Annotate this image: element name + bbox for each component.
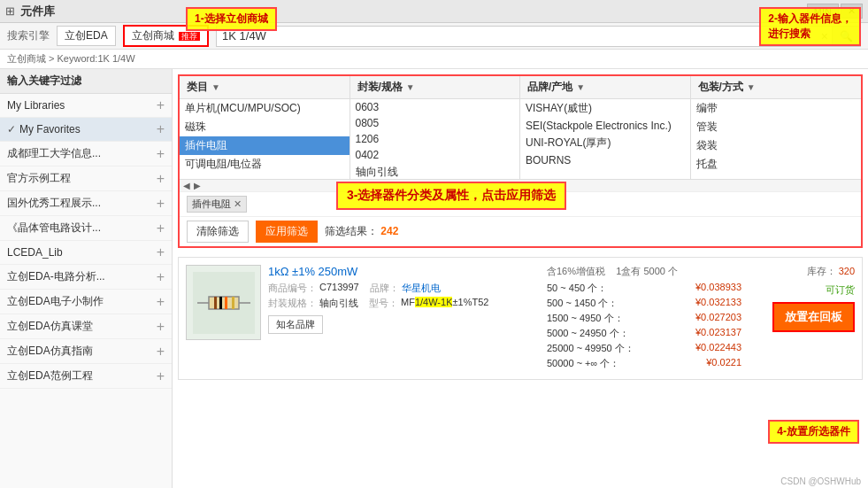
product-name-text: 1kΩ ±1% 250mW bbox=[268, 265, 357, 278]
package-filter-list[interactable]: 0603 0805 1206 0402 轴向引线 bbox=[350, 99, 521, 179]
list-item[interactable]: 1206 bbox=[350, 131, 520, 147]
tab-lceda[interactable]: 立创EDA bbox=[57, 26, 116, 46]
filter-col-category: 类目 ▼ bbox=[180, 76, 350, 98]
price-table: 含16%增值税 1盒有 5000 个 50 ~ 450 个： ¥0.038933… bbox=[547, 265, 741, 372]
active-filter-chip: 插件电阻 ✕ bbox=[187, 196, 247, 213]
list-item[interactable]: 编带 bbox=[691, 99, 862, 118]
apply-filter-button[interactable]: 应用筛选 bbox=[256, 221, 318, 243]
list-item[interactable]: 插件电阻 bbox=[180, 136, 350, 155]
list-item[interactable]: 可调电阻/电位器 bbox=[180, 155, 350, 174]
shop-badge: 推荐 bbox=[179, 32, 200, 41]
search-engine-bar: 搜索引擎 立创EDA 立创商城 推荐 × 🔍 bbox=[0, 23, 868, 50]
list-item[interactable]: 单片机(MCU/MPU/SOC) bbox=[180, 99, 350, 118]
content-area: 类目 ▼ 封装/规格 ▼ 品牌/产地 ▼ 包装/方式 ▼ bbox=[173, 69, 868, 488]
search-input[interactable] bbox=[217, 29, 818, 43]
price-row: 500 ~ 1450 个： ¥0.032133 bbox=[547, 297, 741, 310]
product-area: 1kΩ ±1% 250mW 商品编号： C713997 品牌： 华星机电 bbox=[173, 253, 868, 488]
check-icon: ✓ bbox=[7, 123, 16, 136]
list-item[interactable]: 袋装 bbox=[691, 136, 862, 155]
filter-col-package: 封装/规格 ▼ bbox=[350, 76, 521, 98]
filter-count: 242 bbox=[380, 225, 398, 237]
filter-lists: 单片机(MCU/MPU/SOC) 磁珠 插件电阻 可调电阻/电位器 0603 0… bbox=[180, 99, 861, 179]
svg-rect-4 bbox=[214, 297, 217, 309]
price-header: 含16%增值税 1盒有 5000 个 bbox=[547, 265, 741, 278]
product-model: 型号： MF1/4W-1K±1%T52 bbox=[369, 297, 488, 310]
filter-col-brand: 品牌/产地 ▼ bbox=[520, 76, 691, 98]
filter-chip-close-icon[interactable]: ✕ bbox=[234, 198, 242, 210]
minimize-button[interactable]: MIN bbox=[807, 4, 839, 19]
search-button[interactable]: 🔍 bbox=[832, 27, 860, 46]
price-row: 50 ~ 450 个： ¥0.038933 bbox=[547, 282, 741, 295]
product-package: 封装规格： 轴向引线 bbox=[268, 297, 358, 310]
sidebar-item-foreign-projects[interactable]: 国外优秀工程展示... + bbox=[0, 191, 172, 216]
chevron-down-icon: ▼ bbox=[211, 82, 220, 92]
title-bar: ⊞ 元件库 MIN ✕ bbox=[0, 0, 868, 23]
app-title: 元件库 bbox=[20, 4, 55, 19]
list-item[interactable]: UNI-ROYAL(厚声) bbox=[520, 134, 690, 152]
list-item[interactable]: 磁珠 bbox=[180, 118, 350, 136]
scroll-left-icon[interactable]: ◀ bbox=[183, 181, 190, 190]
main-layout: 输入关键字过滤 My Libraries + ✓ My Favorites + … bbox=[0, 69, 868, 488]
svg-rect-6 bbox=[225, 297, 227, 309]
packaging-filter-list[interactable]: 编带 管装 袋装 托盘 bbox=[691, 99, 862, 179]
search-box: × 🔍 bbox=[216, 26, 861, 47]
svg-rect-5 bbox=[219, 297, 222, 309]
clear-filter-button[interactable]: 清除筛选 bbox=[187, 221, 249, 243]
sidebar-item-lceda-sim-class[interactable]: 立创EDA仿真课堂 + bbox=[0, 314, 172, 339]
filter-scroll-row: ◀ ▶ bbox=[180, 179, 861, 191]
chevron-down-icon: ▼ bbox=[747, 82, 756, 92]
add-icon: + bbox=[157, 245, 165, 259]
search-engine-label: 搜索引擎 bbox=[7, 28, 50, 43]
list-item[interactable]: 轴向引线 bbox=[350, 163, 520, 179]
chevron-down-icon: ▼ bbox=[406, 82, 415, 92]
list-item[interactable]: 0603 bbox=[350, 99, 520, 115]
sidebar-item-chengdu-univ[interactable]: 成都理工大学信息... + bbox=[0, 142, 172, 167]
product-meta-row2: 封装规格： 轴向引线 型号： MF1/4W-1K±1%T52 bbox=[268, 297, 540, 310]
sidebar-item-lceda-lib[interactable]: LCEDA_Lib + bbox=[0, 241, 172, 265]
list-item[interactable]: VISHAY(威世) bbox=[520, 99, 690, 118]
sidebar-filter-label: 输入关键字过滤 bbox=[0, 69, 172, 94]
filter-panel: 类目 ▼ 封装/规格 ▼ 品牌/产地 ▼ 包装/方式 ▼ bbox=[178, 74, 863, 248]
scroll-right-icon[interactable]: ▶ bbox=[194, 181, 201, 190]
price-row: 25000 ~ 49950 个： ¥0.022443 bbox=[547, 342, 741, 355]
product-meta-row1: 商品编号： C713997 品牌： 华星机电 bbox=[268, 282, 540, 295]
list-item[interactable]: BOURNS bbox=[520, 152, 690, 168]
list-item[interactable]: SEI(Stackpole Electronics Inc.) bbox=[520, 118, 690, 134]
watermark: CSDN @OSHWHub bbox=[780, 476, 861, 486]
search-icon: 🔍 bbox=[840, 30, 853, 43]
available-row: 可订货 bbox=[826, 283, 855, 297]
sidebar-item-my-favorites[interactable]: ✓ My Favorites + bbox=[0, 118, 172, 142]
filter-result: 筛选结果： 242 bbox=[325, 224, 398, 239]
sidebar-item-lceda-example[interactable]: 立创EDA范例工程 + bbox=[0, 364, 172, 389]
filter-action-row: 清除筛选 应用筛选 筛选结果： 242 bbox=[180, 216, 861, 246]
sidebar-item-lceda-sim-guide[interactable]: 立创EDA仿真指南 + bbox=[0, 339, 172, 364]
place-component-button[interactable]: 放置在回板 bbox=[772, 302, 855, 332]
sidebar-item-transistor-circuits[interactable]: 《晶体管电路设计... + bbox=[0, 216, 172, 241]
brand-badge-button[interactable]: 知名品牌 bbox=[268, 315, 323, 334]
sidebar-item-my-libraries[interactable]: My Libraries + bbox=[0, 94, 172, 118]
add-icon: + bbox=[157, 369, 165, 383]
sidebar-item-lceda-electronics[interactable]: 立创EDA电子小制作 + bbox=[0, 290, 172, 314]
sidebar-item-lceda-circuit[interactable]: 立创EDA-电路分析... + bbox=[0, 265, 172, 290]
tab-lcshop[interactable]: 立创商城 推荐 bbox=[123, 25, 209, 47]
product-info: 1kΩ ±1% 250mW 商品编号： C713997 品牌： 华星机电 bbox=[268, 265, 540, 372]
sidebar: 输入关键字过滤 My Libraries + ✓ My Favorites + … bbox=[0, 69, 173, 488]
product-name[interactable]: 1kΩ ±1% 250mW bbox=[268, 265, 540, 278]
chevron-down-icon: ▼ bbox=[576, 82, 585, 92]
close-button[interactable]: ✕ bbox=[841, 4, 863, 19]
add-icon: + bbox=[157, 172, 165, 186]
add-icon: + bbox=[157, 270, 165, 284]
search-clear-icon[interactable]: × bbox=[818, 29, 832, 43]
stock-row: 库存： 320 bbox=[807, 265, 855, 278]
list-item[interactable]: 0402 bbox=[350, 147, 520, 163]
category-filter-list[interactable]: 单片机(MCU/MPU/SOC) 磁珠 插件电阻 可调电阻/电位器 bbox=[180, 99, 350, 179]
product-card: 1kΩ ±1% 250mW 商品编号： C713997 品牌： 华星机电 bbox=[178, 257, 863, 380]
list-item[interactable]: 0805 bbox=[350, 115, 520, 131]
list-item[interactable]: 托盘 bbox=[691, 155, 862, 174]
sidebar-item-official-example[interactable]: 官方示例工程 + bbox=[0, 167, 172, 191]
active-filters: 插件电阻 ✕ bbox=[180, 191, 861, 216]
list-item[interactable]: 管装 bbox=[691, 118, 862, 136]
breadcrumb: 立创商城 > Keyword:1K 1/4W bbox=[0, 50, 868, 69]
brand-filter-list[interactable]: VISHAY(威世) SEI(Stackpole Electronics Inc… bbox=[520, 99, 691, 179]
product-thumbnail bbox=[186, 265, 261, 340]
